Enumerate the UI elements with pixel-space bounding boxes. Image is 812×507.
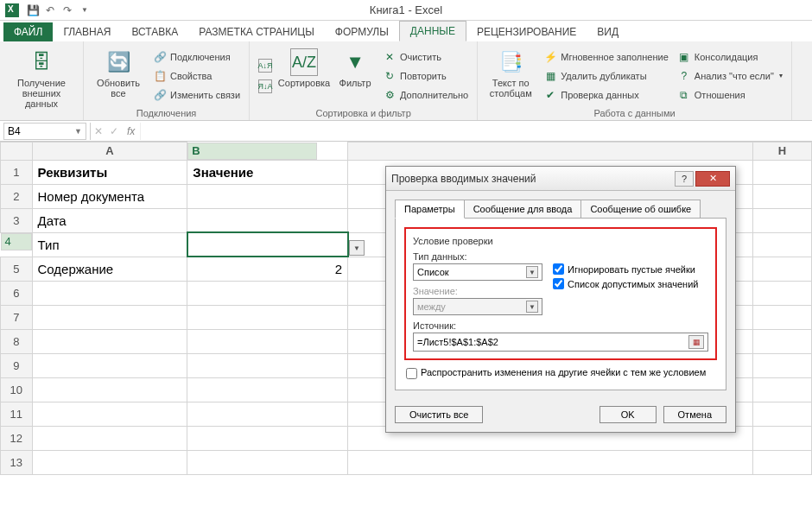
col-header-hidden[interactable] xyxy=(348,143,753,161)
refresh-icon: 🔄 xyxy=(105,48,132,76)
remove-dupes-icon: ▦ xyxy=(543,69,557,83)
cell-b1[interactable]: Значение xyxy=(187,160,348,184)
row-header[interactable]: 6 xyxy=(1,281,33,305)
dialog-close-button[interactable]: ✕ xyxy=(695,171,730,187)
connections-icon: 🔗 xyxy=(153,50,167,64)
tab-data[interactable]: ДАННЫЕ xyxy=(399,21,466,41)
sort-asc-button[interactable]: А↓Я xyxy=(257,57,274,74)
cell-a2[interactable]: Номер документа xyxy=(32,184,187,208)
tab-view[interactable]: ВИД xyxy=(587,22,629,41)
row-header[interactable]: 7 xyxy=(1,305,33,329)
reapply-button[interactable]: ↻Повторить xyxy=(381,67,470,85)
fx-icon[interactable]: fx xyxy=(127,125,135,137)
cell-b3[interactable] xyxy=(187,208,348,232)
checkbox-apply-same[interactable]: Распространить изменения на другие ячейк… xyxy=(406,367,715,379)
tab-formulas[interactable]: ФОРМУЛЫ xyxy=(325,22,399,41)
enter-formula-icon[interactable]: ✓ xyxy=(106,125,122,137)
formula-bar: B4 ▼ ✕ ✓ fx xyxy=(0,121,812,142)
button-cancel[interactable]: Отмена xyxy=(663,406,726,423)
row-header[interactable]: 11 xyxy=(1,402,33,426)
row-header[interactable]: 1 xyxy=(1,160,33,184)
cell-dropdown-handle[interactable]: ▼ xyxy=(349,240,365,256)
row-header[interactable]: 5 xyxy=(1,257,33,281)
dialog-titlebar[interactable]: Проверка вводимых значений ? ✕ xyxy=(386,167,735,191)
clear-filter-button[interactable]: ✕Очистить xyxy=(381,48,470,66)
ribbon: 🗄 Получение внешних данных 🔄 Обновить вс… xyxy=(0,41,812,121)
dialog-tab-input-message[interactable]: Сообщение для ввода xyxy=(464,200,582,219)
row-header[interactable]: 4 xyxy=(1,233,32,250)
row-header[interactable]: 9 xyxy=(1,353,33,377)
cell-a4[interactable]: Тип xyxy=(32,232,187,257)
whatif-button[interactable]: ?Анализ "что если"▾ xyxy=(676,67,784,85)
name-box[interactable]: B4 ▼ xyxy=(3,123,86,140)
ribbon-tabs: ФАЙЛ ГЛАВНАЯ ВСТАВКА РАЗМЕТКА СТРАНИЦЫ Ф… xyxy=(0,21,812,41)
row-header[interactable]: 10 xyxy=(1,377,33,402)
select-data-type[interactable]: Список ▼ xyxy=(413,263,542,281)
dropdown-arrow-icon: ▼ xyxy=(526,266,538,278)
undo-icon[interactable]: ↶ xyxy=(41,2,59,19)
filter-button[interactable]: ▼ Фильтр xyxy=(334,45,376,106)
col-header-b[interactable]: B xyxy=(187,143,317,160)
col-header-a[interactable]: A xyxy=(32,143,187,161)
dialog-help-button[interactable]: ? xyxy=(675,171,694,187)
formula-input[interactable] xyxy=(140,123,812,140)
namebox-dropdown-icon[interactable]: ▼ xyxy=(74,127,82,136)
sort-asc-icon: А↓Я xyxy=(258,59,272,73)
button-ok[interactable]: OK xyxy=(599,406,657,423)
range-picker-icon[interactable]: ▦ xyxy=(688,335,704,349)
cell-a5[interactable]: Содержание xyxy=(32,257,187,281)
dialog-tab-parameters[interactable]: Параметры xyxy=(395,200,465,219)
text-to-columns-button[interactable]: 📑 Текст по столбцам xyxy=(485,45,536,106)
group-sortfilter-label: Сортировка и фильтр xyxy=(257,106,470,118)
row-header[interactable]: 2 xyxy=(1,184,33,208)
consolidate-button[interactable]: ▣Консолидация xyxy=(676,48,784,66)
edit-links-icon: 🔗 xyxy=(153,88,167,102)
row-header[interactable]: 8 xyxy=(1,329,33,353)
window-title: Книга1 - Excel xyxy=(370,3,442,16)
reapply-icon: ↻ xyxy=(383,69,396,83)
checkbox-ignore-empty[interactable]: Игнорировать пустые ячейки xyxy=(553,263,698,275)
col-header-h[interactable]: H xyxy=(753,143,812,161)
cell-b4[interactable] xyxy=(187,232,348,257)
cell-b2[interactable] xyxy=(187,184,348,208)
dialog-tab-error[interactable]: Сообщение об ошибке xyxy=(580,200,701,219)
qat-customize-icon[interactable]: ▼ xyxy=(76,2,93,19)
cancel-formula-icon[interactable]: ✕ xyxy=(91,125,106,137)
relationships-icon: ⧉ xyxy=(677,88,691,102)
sort-button[interactable]: A/Z Сортировка xyxy=(279,45,329,106)
properties-icon: 📋 xyxy=(153,69,167,83)
properties-button[interactable]: 📋Свойства xyxy=(151,67,242,85)
excel-icon xyxy=(5,3,19,17)
select-value: между ▼ xyxy=(413,298,542,315)
cell-b5[interactable]: 2 xyxy=(187,257,348,281)
quick-access-toolbar: 💾 ↶ ↷ ▼ Книга1 - Excel xyxy=(0,0,812,21)
tab-review[interactable]: РЕЦЕНЗИРОВАНИЕ xyxy=(466,22,587,41)
connections-button[interactable]: 🔗Подключения xyxy=(151,48,242,66)
clear-icon: ✕ xyxy=(383,50,396,64)
select-all-corner[interactable] xyxy=(1,143,33,161)
data-validation-button[interactable]: ✔Проверка данных xyxy=(542,86,670,104)
tab-home[interactable]: ГЛАВНАЯ xyxy=(53,22,121,41)
flash-fill-button[interactable]: ⚡Мгновенное заполнение xyxy=(542,48,670,66)
get-external-data-button[interactable]: 🗄 Получение внешних данных xyxy=(7,45,76,117)
tab-pagelayout[interactable]: РАЗМЕТКА СТРАНИЦЫ xyxy=(188,22,325,41)
tab-file[interactable]: ФАЙЛ xyxy=(3,22,53,41)
remove-duplicates-button[interactable]: ▦Удалить дубликаты xyxy=(542,67,670,85)
button-clear-all[interactable]: Очистить все xyxy=(395,406,483,423)
refresh-all-button[interactable]: 🔄 Обновить все xyxy=(91,45,146,106)
relationships-button[interactable]: ⧉Отношения xyxy=(676,86,784,104)
tab-insert[interactable]: ВСТАВКА xyxy=(121,22,188,41)
cell-a3[interactable]: Дата xyxy=(32,208,187,232)
row-header[interactable]: 13 xyxy=(1,450,33,474)
checkbox-in-cell-dropdown[interactable]: Список допустимых значений xyxy=(553,278,698,289)
input-source[interactable]: =Лист5!$A$1:$A$2 ▦ xyxy=(413,333,708,352)
advanced-filter-button[interactable]: ⚙Дополнительно xyxy=(381,86,470,104)
row-header[interactable]: 3 xyxy=(1,208,33,232)
row-header[interactable]: 12 xyxy=(1,426,33,450)
redo-icon[interactable]: ↷ xyxy=(59,2,76,19)
cell-a1[interactable]: Реквизиты xyxy=(32,160,187,184)
edit-links-button[interactable]: 🔗Изменить связи xyxy=(151,86,242,104)
dialog-tabs: Параметры Сообщение для ввода Сообщение … xyxy=(395,200,726,219)
save-icon[interactable]: 💾 xyxy=(24,2,41,19)
sort-desc-button[interactable]: Я↓А xyxy=(257,78,274,95)
